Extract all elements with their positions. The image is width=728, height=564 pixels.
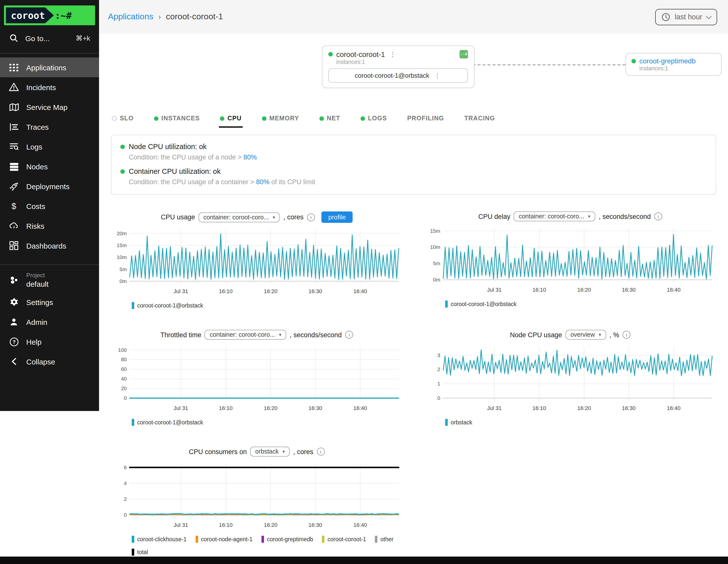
legend-item[interactable]: coroot-greptimedb <box>261 536 313 543</box>
chart-cpu-consumers: CPU consumers on orbstack , cores Jul 31… <box>111 447 403 556</box>
legend-item[interactable]: coroot-clickhouse-1 <box>132 536 186 543</box>
sidebar-item-collapse[interactable]: Collapse <box>0 352 99 371</box>
grid-icon <box>9 62 19 72</box>
legend-item[interactable]: coroot-coroot-1 <box>322 536 366 543</box>
info-icon[interactable] <box>345 331 353 339</box>
time-range-picker[interactable]: last hour <box>655 9 717 25</box>
terminal-badge[interactable]: :~# <box>460 50 468 58</box>
svg-text:0: 0 <box>437 395 440 401</box>
legend-item[interactable]: orbstack <box>445 419 472 426</box>
threshold-value[interactable]: 80% <box>243 154 257 161</box>
clock-icon <box>662 13 670 21</box>
tab-cpu[interactable]: CPU <box>219 112 243 128</box>
project-icon <box>9 275 19 285</box>
sidebar-item-label: Service Map <box>26 103 68 111</box>
svg-text:Jul 31: Jul 31 <box>174 405 188 411</box>
svg-text:16:30: 16:30 <box>309 522 322 528</box>
app-card-coroot-coroot-1: coroot-coroot-1 ⋮ :~# instances:1 coroot… <box>322 46 474 88</box>
info-icon[interactable] <box>317 448 325 456</box>
go-to-label: Go to... <box>25 34 50 42</box>
sidebar-item-help[interactable]: ? Help <box>0 332 99 352</box>
cpu-usage-plot: Jul 3116:1016:2016:3016:400m5m10m15m20m <box>111 226 403 300</box>
project-switcher[interactable]: Project default <box>0 268 99 292</box>
node-selector[interactable]: orbstack <box>250 447 290 457</box>
chart-legend: coroot-coroot-1@orbstack <box>132 302 403 309</box>
time-range-label: last hour <box>675 13 702 21</box>
svg-text:16:20: 16:20 <box>577 287 591 293</box>
tab-profiling[interactable]: PROFILING <box>406 112 445 128</box>
svg-text:16:30: 16:30 <box>309 405 322 411</box>
tab-slo[interactable]: SLO <box>111 112 135 128</box>
cpu-status-dot <box>220 116 225 121</box>
upstream-app-link[interactable]: coroot-greptimedb <box>639 57 696 65</box>
shortcut-label: ⌘+k <box>76 34 90 42</box>
sidebar-divider <box>0 264 99 265</box>
node-cpu-usage-plot: Jul 3116:1016:2016:3016:400123 <box>424 343 716 417</box>
instances-label: instances:1 <box>639 65 716 71</box>
logs-icon <box>9 142 19 152</box>
go-to-search[interactable]: Go to... ⌘+k <box>0 25 99 50</box>
kebab-menu-icon[interactable]: ⋮ <box>389 51 397 58</box>
sidebar-item-label: Help <box>26 337 42 346</box>
sidebar-item-applications[interactable]: Applications <box>0 57 99 77</box>
legend-item[interactable]: total <box>132 549 148 556</box>
profile-button[interactable]: profile <box>321 211 353 223</box>
chart-legend: coroot-coroot-1@orbstack <box>445 301 716 308</box>
project-label: Project <box>26 272 49 279</box>
tab-memory[interactable]: MEMORY <box>261 112 300 128</box>
view-selector[interactable]: overview <box>566 330 606 340</box>
svg-text:16:10: 16:10 <box>219 288 233 294</box>
sidebar-item-nodes[interactable]: Nodes <box>0 156 99 176</box>
sidebar-item-dashboards[interactable]: Dashboards <box>0 236 99 256</box>
chart-title-suffix: , seconds/second <box>599 213 651 220</box>
kebab-menu-icon[interactable]: ⋮ <box>433 72 442 79</box>
sidebar-item-label: Traces <box>26 123 49 131</box>
status-dot <box>631 59 636 63</box>
sidebar-item-logs[interactable]: Logs <box>0 137 99 156</box>
coroot-logo-text: coroot <box>6 7 54 23</box>
container-selector[interactable]: container: coroot-coro... <box>514 211 595 221</box>
legend-item[interactable]: coroot-coroot-1@orbstack <box>132 302 203 309</box>
tab-logs[interactable]: LOGS <box>360 112 388 128</box>
sidebar-item-risks[interactable]: Risks <box>0 216 99 236</box>
svg-text:6: 6 <box>124 464 127 470</box>
svg-text:10m: 10m <box>117 254 127 260</box>
sidebar-item-settings[interactable]: Settings <box>0 292 99 312</box>
legend-item[interactable]: coroot-coroot-1@orbstack <box>445 301 517 308</box>
legend-item[interactable]: other <box>375 536 393 543</box>
svg-text:4: 4 <box>124 480 127 486</box>
sidebar-item-service-map[interactable]: Service Map <box>0 97 99 117</box>
svg-text:40: 40 <box>121 376 127 382</box>
cpu-consumers-plot: Jul 3116:1016:2016:3016:400246 <box>111 460 403 534</box>
legend-item[interactable]: coroot-node-agent-1 <box>195 536 252 543</box>
tab-instances[interactable]: INSTANCES <box>153 112 201 128</box>
chart-header: CPU delay container: coroot-coro... , se… <box>424 211 716 221</box>
breadcrumb-applications[interactable]: Applications <box>108 12 153 22</box>
sidebar-item-admin[interactable]: Admin <box>0 312 99 332</box>
sidebar-nav: Applications Incidents Service Map Trace… <box>0 57 99 256</box>
threshold-value[interactable]: 80% <box>256 178 269 186</box>
map-icon <box>9 102 19 112</box>
chart-cpu-delay: CPU delay container: coroot-coro... , se… <box>424 211 716 309</box>
sidebar-item-deployments[interactable]: Deployments <box>0 176 99 196</box>
container-selector[interactable]: container: coroot-coro... <box>205 330 286 340</box>
svg-text:0m: 0m <box>433 277 440 282</box>
svg-text:5m: 5m <box>120 266 127 272</box>
tab-tracing[interactable]: TRACING <box>463 112 496 128</box>
slo-status-dot <box>112 116 117 121</box>
svg-text:16:20: 16:20 <box>264 288 278 294</box>
legend-item[interactable]: coroot-coroot-1@orbstack <box>132 419 203 426</box>
info-icon[interactable] <box>654 212 662 220</box>
coroot-logo[interactable]: coroot :~# <box>4 5 95 25</box>
check-title: Container CPU utilization: ok <box>129 167 221 175</box>
sidebar-item-label: Nodes <box>26 162 48 171</box>
tab-net[interactable]: NET <box>318 112 341 128</box>
sidebar-item-incidents[interactable]: Incidents <box>0 77 99 97</box>
info-icon[interactable] <box>307 213 315 221</box>
sidebar-item-traces[interactable]: Traces <box>0 117 99 137</box>
project-name: default <box>26 280 49 288</box>
sidebar-item-costs[interactable]: $ Costs <box>0 196 99 216</box>
chart-title: CPU delay <box>478 213 510 220</box>
container-selector[interactable]: container: coroot-coro... <box>199 212 280 222</box>
info-icon[interactable] <box>623 331 630 339</box>
